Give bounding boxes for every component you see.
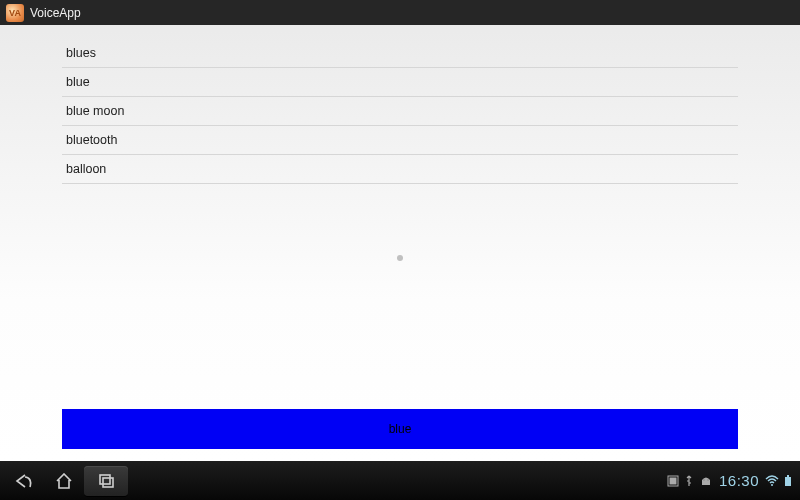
action-bar: VA VoiceApp [0,0,800,25]
screenshot-icon [667,475,679,487]
svg-rect-7 [785,477,791,486]
list-item[interactable]: balloon [62,155,738,184]
svg-rect-1 [103,478,113,487]
list-item[interactable]: blue moon [62,97,738,126]
list-item[interactable]: bluetooth [62,126,738,155]
svg-point-6 [771,484,773,486]
svg-rect-0 [100,475,110,484]
app-title: VoiceApp [30,6,81,20]
svg-rect-8 [787,475,789,477]
usb-icon [684,475,694,487]
home-button[interactable] [44,465,84,497]
list-item[interactable]: blue [62,68,738,97]
result-bar-label: blue [389,422,412,436]
wifi-icon [765,475,779,487]
android-icon [699,476,713,486]
recent-apps-button[interactable] [84,466,128,496]
device-frame: VA VoiceApp blues blue blue moon bluetoo… [0,0,800,500]
status-clock[interactable]: 16:30 [719,472,759,489]
svg-point-5 [707,479,709,481]
status-tray-right[interactable] [765,475,792,487]
status-tray[interactable] [667,475,713,487]
svg-rect-3 [670,478,676,484]
back-icon [14,473,34,489]
recent-apps-icon [97,474,115,488]
back-button[interactable] [4,465,44,497]
list-item[interactable]: blues [62,39,738,68]
svg-point-4 [703,479,705,481]
app-screen: VA VoiceApp blues blue blue moon bluetoo… [0,0,800,461]
system-nav-bar: 16:30 [0,461,800,500]
home-icon [55,473,73,489]
page-indicator-dot [397,255,403,261]
result-bar[interactable]: blue [62,409,738,449]
results-list: blues blue blue moon bluetooth balloon [62,39,738,184]
app-icon: VA [6,4,24,22]
battery-icon [784,475,792,487]
